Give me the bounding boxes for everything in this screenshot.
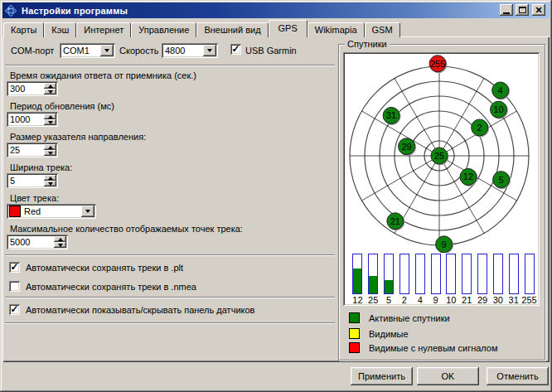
tab-кэш[interactable]: Кэш: [44, 22, 76, 37]
signal-bar-col-5: 5: [381, 254, 397, 305]
signal-bar-label: 9: [433, 295, 438, 305]
spinner-buttons: [44, 114, 56, 125]
signal-bar-label: 4: [418, 295, 423, 305]
title-bar[interactable]: Настройки программы: [2, 2, 550, 18]
tab-gps[interactable]: GPS: [269, 20, 307, 37]
spinner-300[interactable]: 300: [7, 81, 58, 96]
tab-wikimapia[interactable]: Wikimapia: [307, 22, 365, 37]
legend-swatch: [349, 328, 360, 339]
speed-label: Скорость: [119, 46, 159, 56]
tab-внешний-вид[interactable]: Внешний вид: [196, 22, 268, 37]
spin-down-icon[interactable]: [54, 242, 66, 248]
speed-combobox[interactable]: 4800: [162, 43, 218, 58]
signal-bar-label: 29: [477, 295, 487, 305]
signal-bar-col-29: 29: [475, 254, 491, 305]
globe-icon: [4, 4, 17, 17]
separator: [5, 254, 335, 256]
spin-up-icon[interactable]: [44, 114, 56, 119]
satellite-id: 21: [390, 216, 400, 226]
spin-down-icon[interactable]: [44, 181, 56, 186]
field-label: Период обновления (мс): [10, 101, 114, 111]
satellites-group-title: Спутники: [345, 39, 390, 49]
signal-bar-label: 21: [462, 295, 472, 305]
checkbox-label: Автоматически сохранять треки в .nmea: [26, 282, 196, 292]
close-icon: ✕: [535, 6, 542, 14]
legend-item-1: Видимые: [349, 328, 409, 339]
signal-bar-label: 255: [521, 295, 536, 305]
spin-down-icon[interactable]: [44, 89, 56, 94]
tab-интернет[interactable]: Интернет: [76, 22, 131, 37]
window-title: Настройки программы: [22, 6, 128, 16]
spin-up-icon[interactable]: [44, 144, 56, 150]
signal-bar-col-4: 4: [412, 254, 428, 305]
spin-down-icon[interactable]: [44, 119, 56, 125]
check-icon: ✓: [10, 263, 18, 272]
satellite-id: 25: [434, 151, 444, 161]
cancel-button[interactable]: Отменить: [487, 367, 549, 385]
signal-bar: [368, 254, 378, 294]
signal-bar: [493, 254, 503, 294]
com-port-value: COM1: [63, 46, 90, 56]
satellite-id: 5: [499, 175, 504, 185]
spin-up-icon[interactable]: [54, 236, 66, 242]
spinner-buttons: [44, 83, 56, 94]
spinner-25[interactable]: 25: [7, 143, 58, 157]
signal-bar: [431, 254, 441, 294]
maximize-button[interactable]: [516, 4, 529, 16]
field-label: Цвет трека:: [10, 193, 59, 203]
spinner-5[interactable]: 5: [7, 173, 58, 188]
close-button[interactable]: ✕: [532, 4, 545, 16]
spin-up-icon[interactable]: [44, 83, 56, 89]
auto-checkbox-0[interactable]: ✓: [9, 262, 20, 273]
legend-label: Активные спутники: [369, 313, 450, 323]
spinner-5000[interactable]: 5000: [7, 235, 68, 249]
chevron-down-icon[interactable]: [81, 206, 94, 217]
tab-управление[interactable]: Управление: [131, 22, 196, 37]
chevron-down-icon[interactable]: [203, 45, 216, 56]
satellite-id: 255: [430, 59, 445, 69]
signal-bar-label: 5: [386, 295, 391, 305]
signal-bar-col-2: 2: [396, 254, 412, 305]
com-port-combobox[interactable]: COM1: [60, 43, 115, 58]
signal-bar-col-12: 12: [350, 254, 366, 305]
spinner-value: 5: [10, 176, 15, 186]
signal-bar-fill: [353, 269, 361, 293]
satellite-id: 10: [493, 104, 503, 114]
spinner-buttons: [54, 236, 66, 248]
settings-dialog: Настройки программы ✕ КартыКэшИнтернетУп…: [0, 0, 552, 392]
legend-item-0: Активные спутники: [349, 312, 450, 323]
spinner-value: 5000: [10, 237, 30, 247]
track-color-value: Red: [24, 206, 41, 216]
satellite-id: 4: [498, 85, 503, 95]
apply-button[interactable]: Применить: [351, 367, 413, 385]
spin-up-icon[interactable]: [44, 175, 56, 181]
tab-gsm[interactable]: GSM: [365, 22, 400, 37]
field-label: Максимальное количество отображаемых точ…: [10, 224, 243, 234]
tab-карты[interactable]: Карты: [3, 22, 44, 37]
minimize-button[interactable]: [500, 4, 513, 16]
ok-button[interactable]: OK: [417, 367, 479, 385]
usb-garmin-checkbox[interactable]: ✓: [230, 44, 241, 55]
auto-checkbox-1[interactable]: [9, 281, 20, 292]
chevron-down-icon[interactable]: [100, 45, 114, 56]
track-color-combobox[interactable]: Red: [7, 204, 96, 219]
signal-bar-label: 30: [493, 295, 503, 305]
signal-bar-label: 25: [368, 295, 378, 305]
auto-checkbox-2[interactable]: ✓: [9, 304, 20, 315]
signal-bar-col-10: 10: [443, 254, 459, 305]
signal-bar: [462, 254, 472, 294]
satellites-panel: 2554102312925125219 12255249102129303125…: [343, 52, 540, 306]
com-port-label: COM-порт: [11, 46, 54, 56]
radar-spoke: [439, 156, 484, 234]
satellite-id: 12: [463, 172, 473, 181]
legend-label: Видимые: [369, 329, 409, 339]
separator: [5, 297, 335, 298]
spinner-value: 1000: [10, 114, 30, 124]
radar-spoke: [439, 78, 484, 156]
spin-down-icon[interactable]: [44, 150, 56, 156]
check-icon: ✓: [10, 305, 18, 314]
signal-bar-col-9: 9: [428, 254, 443, 305]
signal-bar-col-30: 30: [490, 254, 506, 305]
spinner-buttons: [44, 144, 56, 156]
spinner-1000[interactable]: 1000: [7, 112, 58, 127]
